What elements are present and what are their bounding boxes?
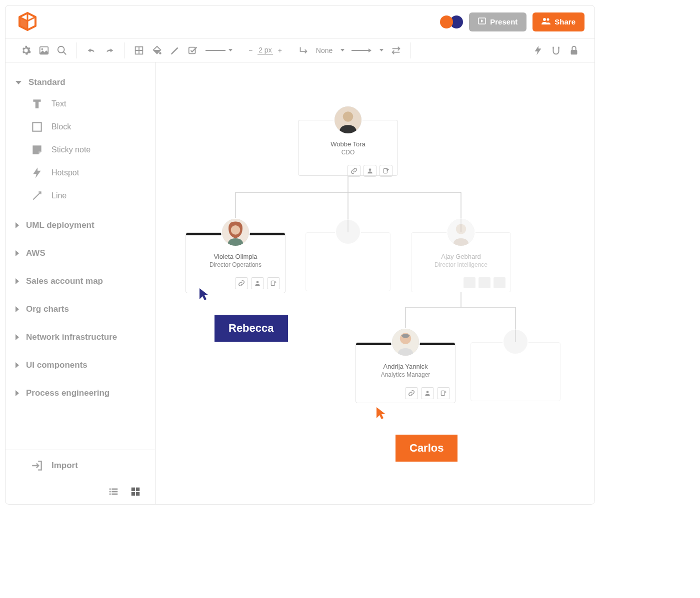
svg-rect-18: [112, 489, 118, 490]
org-card-empty-middle[interactable]: [306, 232, 390, 291]
list-view-icon[interactable]: [108, 486, 119, 497]
section-network-infrastructure[interactable]: Network infrastructure: [16, 327, 145, 347]
stroke-width-control[interactable]: − 2 px +: [248, 46, 282, 55]
svg-rect-43: [271, 281, 274, 285]
org-card-child[interactable]: Andrija Yannick Analytics Manager: [356, 342, 456, 403]
section-ui-components[interactable]: UI components: [16, 355, 145, 375]
caret-right-icon: [16, 334, 19, 340]
svg-rect-24: [136, 488, 140, 491]
svg-rect-19: [110, 491, 111, 493]
action-placeholder: [478, 277, 490, 288]
svg-rect-16: [32, 122, 41, 131]
lightning-icon[interactable]: [532, 45, 544, 56]
line-end-dropdown[interactable]: None: [316, 46, 344, 54]
sidebar-item-line[interactable]: Line: [30, 184, 145, 207]
app-header: Present Share: [6, 5, 594, 38]
svg-rect-10: [189, 47, 196, 53]
svg-rect-21: [110, 494, 111, 495]
arrow-style-dropdown[interactable]: [352, 46, 384, 54]
edit-icon[interactable]: [267, 277, 280, 289]
lightning-icon: [30, 166, 44, 179]
sidebar-item-hotspot[interactable]: Hotspot: [30, 161, 145, 184]
action-placeholder: [464, 277, 476, 288]
connector-icon[interactable]: [298, 45, 309, 56]
user-label-carlos: Carlos: [396, 435, 458, 462]
svg-rect-39: [384, 168, 387, 173]
grid-icon[interactable]: [134, 45, 144, 56]
card-title: Director Intelligence: [416, 261, 506, 268]
text-icon: [30, 97, 44, 110]
avatar: [221, 218, 250, 247]
line-icon: [30, 189, 44, 202]
sidebar-item-block[interactable]: Block: [30, 115, 145, 138]
card-title: Analytics Manager: [361, 371, 450, 378]
section-process-engineering[interactable]: Process engineering: [16, 383, 145, 403]
org-card-empty-child[interactable]: [470, 342, 560, 401]
svg-point-38: [369, 168, 372, 171]
section-uml-deployment[interactable]: UML deployment: [16, 215, 145, 235]
redo-icon[interactable]: [104, 45, 115, 56]
caret-right-icon: [16, 362, 19, 368]
grid-view-icon[interactable]: [130, 486, 141, 497]
empty-avatar: [502, 329, 528, 355]
import-button[interactable]: Import: [6, 450, 155, 481]
svg-point-41: [231, 225, 240, 235]
lock-icon[interactable]: [568, 45, 580, 56]
caret-right-icon: [16, 222, 19, 228]
section-standard[interactable]: Standard: [16, 72, 145, 92]
svg-rect-23: [132, 488, 135, 491]
edit-icon[interactable]: [380, 165, 392, 177]
presence-dot-user1: [440, 15, 453, 28]
person-icon[interactable]: [251, 277, 264, 289]
fill-icon[interactable]: [152, 45, 162, 56]
section-org-charts[interactable]: Org charts: [16, 299, 145, 319]
link-icon[interactable]: [235, 277, 248, 289]
caret-down-icon: [16, 81, 22, 84]
org-card-root[interactable]: Wobbe Tora CDO: [298, 120, 398, 176]
section-aws[interactable]: AWS: [16, 243, 145, 263]
person-icon[interactable]: [364, 165, 376, 177]
diagram-canvas[interactable]: Wobbe Tora CDO Violeta Olimpia Director …: [156, 62, 594, 504]
minus-icon[interactable]: −: [248, 46, 252, 54]
search-icon[interactable]: [56, 45, 68, 56]
settings-icon[interactable]: [20, 45, 32, 56]
org-card-right[interactable]: Ajay Gebhard Director Intelligence: [411, 232, 511, 292]
present-button[interactable]: Present: [469, 12, 526, 31]
swap-icon[interactable]: [390, 45, 402, 56]
cursor-rebecca: [198, 287, 210, 301]
section-sales-account-map[interactable]: Sales account map: [16, 271, 145, 291]
card-name: Ajay Gebhard: [416, 253, 506, 260]
magnet-icon[interactable]: [550, 45, 562, 56]
sidebar-item-text[interactable]: Text: [30, 92, 145, 115]
sidebar-item-sticky-note[interactable]: Sticky note: [30, 138, 145, 161]
svg-rect-25: [132, 492, 135, 496]
share-button[interactable]: Share: [532, 12, 584, 31]
edit-icon[interactable]: [437, 387, 450, 399]
image-icon[interactable]: [38, 45, 50, 56]
card-name: Andrija Yannick: [361, 363, 450, 370]
svg-point-45: [456, 224, 466, 234]
svg-rect-20: [112, 491, 118, 493]
play-icon: [478, 17, 486, 26]
card-title: CDO: [304, 149, 392, 156]
link-icon[interactable]: [405, 387, 418, 399]
svg-rect-15: [571, 50, 578, 54]
undo-icon[interactable]: [86, 45, 97, 56]
svg-point-2: [547, 18, 550, 21]
line-style-dropdown[interactable]: [206, 48, 232, 52]
link-icon[interactable]: [348, 165, 360, 177]
person-icon[interactable]: [421, 387, 434, 399]
action-placeholder: [494, 277, 506, 288]
plus-icon[interactable]: +: [278, 46, 282, 54]
svg-point-9: [159, 52, 162, 54]
shapes-sidebar: Standard Text Block Sticky: [6, 62, 156, 504]
pencil-icon[interactable]: [170, 45, 180, 56]
org-card-left[interactable]: Violeta Olimpia Director Operations: [186, 232, 286, 293]
svg-point-42: [256, 281, 259, 283]
svg-point-1: [543, 18, 546, 21]
svg-rect-17: [110, 489, 111, 490]
checkbox-icon[interactable]: [188, 45, 198, 56]
caret-right-icon: [16, 250, 19, 256]
avatar: [446, 218, 476, 247]
user-label-rebecca: Rebecca: [214, 315, 288, 342]
